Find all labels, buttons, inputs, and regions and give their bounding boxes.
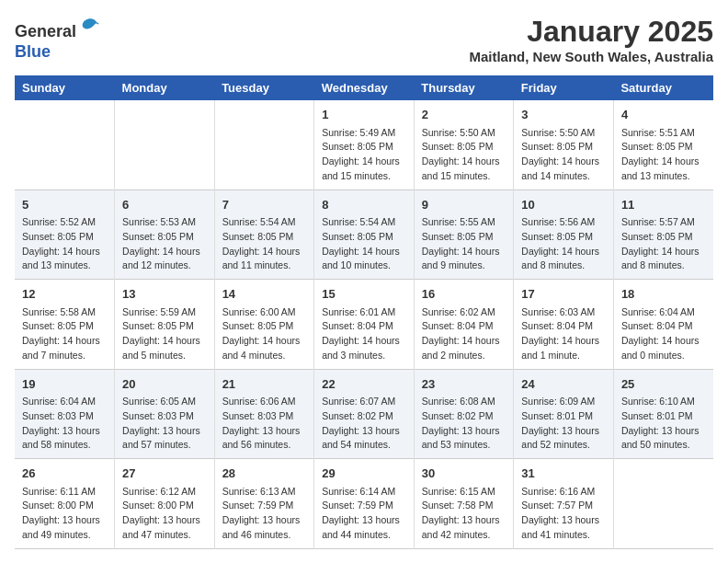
day-number: 16 bbox=[422, 285, 506, 304]
day-number: 8 bbox=[322, 196, 406, 214]
header-thursday: Thursday bbox=[414, 75, 514, 100]
header-tuesday: Tuesday bbox=[214, 75, 314, 100]
calendar-cell: 4Sunrise: 5:51 AM Sunset: 8:05 PM Daylig… bbox=[613, 100, 713, 190]
calendar-week-3: 12Sunrise: 5:58 AM Sunset: 8:05 PM Dayli… bbox=[15, 280, 713, 370]
header-wednesday: Wednesday bbox=[314, 75, 415, 100]
day-info: Sunrise: 6:10 AM Sunset: 8:01 PM Dayligh… bbox=[621, 395, 706, 453]
day-info: Sunrise: 5:49 AM Sunset: 8:05 PM Dayligh… bbox=[322, 126, 406, 184]
day-info: Sunrise: 6:08 AM Sunset: 8:02 PM Dayligh… bbox=[422, 395, 506, 453]
header-sunday: Sunday bbox=[15, 75, 115, 100]
header: General Blue January 2025 Maitland, New … bbox=[15, 15, 713, 64]
day-number: 29 bbox=[322, 465, 406, 483]
day-info: Sunrise: 6:07 AM Sunset: 8:02 PM Dayligh… bbox=[322, 395, 406, 453]
day-number: 9 bbox=[422, 196, 506, 214]
day-info: Sunrise: 6:00 AM Sunset: 8:05 PM Dayligh… bbox=[222, 305, 307, 363]
day-info: Sunrise: 6:02 AM Sunset: 8:04 PM Dayligh… bbox=[422, 305, 506, 363]
calendar-cell: 30Sunrise: 6:15 AM Sunset: 7:58 PM Dayli… bbox=[414, 459, 514, 549]
day-number: 19 bbox=[22, 375, 107, 394]
day-info: Sunrise: 5:52 AM Sunset: 8:05 PM Dayligh… bbox=[22, 215, 107, 273]
day-number: 23 bbox=[422, 375, 506, 394]
calendar-cell: 20Sunrise: 6:05 AM Sunset: 8:03 PM Dayli… bbox=[115, 369, 215, 459]
day-number: 20 bbox=[122, 375, 207, 394]
calendar-cell: 16Sunrise: 6:02 AM Sunset: 8:04 PM Dayli… bbox=[414, 280, 514, 370]
logo-bird-icon bbox=[78, 15, 100, 37]
day-info: Sunrise: 6:04 AM Sunset: 8:04 PM Dayligh… bbox=[621, 305, 706, 363]
logo-blue-text: Blue bbox=[15, 42, 51, 61]
calendar-cell: 22Sunrise: 6:07 AM Sunset: 8:02 PM Dayli… bbox=[314, 369, 415, 459]
day-number: 15 bbox=[322, 285, 406, 304]
calendar-cell: 25Sunrise: 6:10 AM Sunset: 8:01 PM Dayli… bbox=[613, 369, 713, 459]
day-info: Sunrise: 5:55 AM Sunset: 8:05 PM Dayligh… bbox=[422, 215, 506, 273]
calendar-week-4: 19Sunrise: 6:04 AM Sunset: 8:03 PM Dayli… bbox=[15, 369, 713, 459]
day-number: 14 bbox=[222, 285, 307, 304]
calendar-cell: 19Sunrise: 6:04 AM Sunset: 8:03 PM Dayli… bbox=[15, 369, 115, 459]
calendar-cell: 15Sunrise: 6:01 AM Sunset: 8:04 PM Dayli… bbox=[314, 280, 415, 370]
day-info: Sunrise: 6:01 AM Sunset: 8:04 PM Dayligh… bbox=[322, 305, 406, 363]
day-info: Sunrise: 6:06 AM Sunset: 8:03 PM Dayligh… bbox=[222, 395, 307, 453]
calendar-cell: 21Sunrise: 6:06 AM Sunset: 8:03 PM Dayli… bbox=[214, 369, 314, 459]
calendar-cell: 18Sunrise: 6:04 AM Sunset: 8:04 PM Dayli… bbox=[613, 280, 713, 370]
title-area: January 2025 Maitland, New South Wales, … bbox=[469, 15, 713, 64]
day-info: Sunrise: 5:54 AM Sunset: 8:05 PM Dayligh… bbox=[222, 215, 307, 273]
day-info: Sunrise: 6:15 AM Sunset: 7:58 PM Dayligh… bbox=[422, 485, 506, 543]
day-number: 25 bbox=[621, 375, 706, 394]
calendar-cell: 26Sunrise: 6:11 AM Sunset: 8:00 PM Dayli… bbox=[15, 459, 115, 549]
day-info: Sunrise: 6:16 AM Sunset: 7:57 PM Dayligh… bbox=[521, 485, 606, 543]
header-monday: Monday bbox=[115, 75, 215, 100]
day-number: 30 bbox=[422, 465, 506, 483]
calendar-week-2: 5Sunrise: 5:52 AM Sunset: 8:05 PM Daylig… bbox=[15, 190, 713, 280]
calendar-cell: 9Sunrise: 5:55 AM Sunset: 8:05 PM Daylig… bbox=[414, 190, 514, 280]
day-number: 4 bbox=[621, 106, 706, 124]
calendar-cell: 17Sunrise: 6:03 AM Sunset: 8:04 PM Dayli… bbox=[514, 280, 614, 370]
day-number: 3 bbox=[521, 106, 606, 124]
day-info: Sunrise: 5:51 AM Sunset: 8:05 PM Dayligh… bbox=[621, 126, 706, 184]
calendar-week-5: 26Sunrise: 6:11 AM Sunset: 8:00 PM Dayli… bbox=[15, 459, 713, 549]
day-number: 28 bbox=[222, 465, 307, 483]
day-number: 27 bbox=[122, 465, 207, 483]
day-number: 18 bbox=[621, 285, 706, 304]
calendar-cell: 14Sunrise: 6:00 AM Sunset: 8:05 PM Dayli… bbox=[214, 280, 314, 370]
day-info: Sunrise: 6:04 AM Sunset: 8:03 PM Dayligh… bbox=[22, 395, 107, 453]
day-info: Sunrise: 6:14 AM Sunset: 7:59 PM Dayligh… bbox=[322, 485, 406, 543]
day-number: 11 bbox=[621, 196, 706, 214]
calendar-cell: 7Sunrise: 5:54 AM Sunset: 8:05 PM Daylig… bbox=[214, 190, 314, 280]
calendar-cell: 3Sunrise: 5:50 AM Sunset: 8:05 PM Daylig… bbox=[514, 100, 614, 190]
calendar-cell: 8Sunrise: 5:54 AM Sunset: 8:05 PM Daylig… bbox=[314, 190, 415, 280]
day-number: 12 bbox=[22, 285, 107, 304]
day-number: 2 bbox=[422, 106, 506, 124]
calendar-header: SundayMondayTuesdayWednesdayThursdayFrid… bbox=[15, 75, 713, 100]
day-number: 24 bbox=[521, 375, 606, 394]
day-info: Sunrise: 6:05 AM Sunset: 8:03 PM Dayligh… bbox=[122, 395, 207, 453]
calendar-cell: 1Sunrise: 5:49 AM Sunset: 8:05 PM Daylig… bbox=[314, 100, 415, 190]
calendar-cell bbox=[115, 100, 215, 190]
calendar-cell bbox=[613, 459, 713, 549]
calendar-cell: 29Sunrise: 6:14 AM Sunset: 7:59 PM Dayli… bbox=[314, 459, 415, 549]
calendar-cell: 13Sunrise: 5:59 AM Sunset: 8:05 PM Dayli… bbox=[115, 280, 215, 370]
day-info: Sunrise: 5:58 AM Sunset: 8:05 PM Dayligh… bbox=[22, 305, 107, 363]
header-friday: Friday bbox=[514, 75, 614, 100]
day-number: 7 bbox=[222, 196, 307, 214]
calendar-cell: 5Sunrise: 5:52 AM Sunset: 8:05 PM Daylig… bbox=[15, 190, 115, 280]
calendar-cell bbox=[214, 100, 314, 190]
day-number: 26 bbox=[22, 465, 107, 483]
day-info: Sunrise: 5:50 AM Sunset: 8:05 PM Dayligh… bbox=[521, 126, 606, 184]
day-number: 6 bbox=[122, 196, 207, 214]
logo-general-text: General bbox=[15, 22, 76, 40]
calendar-cell: 12Sunrise: 5:58 AM Sunset: 8:05 PM Dayli… bbox=[15, 280, 115, 370]
day-number: 10 bbox=[521, 196, 606, 214]
day-number: 13 bbox=[122, 285, 207, 304]
calendar-cell: 10Sunrise: 5:56 AM Sunset: 8:05 PM Dayli… bbox=[514, 190, 614, 280]
day-number: 31 bbox=[521, 465, 606, 483]
calendar-cell: 11Sunrise: 5:57 AM Sunset: 8:05 PM Dayli… bbox=[613, 190, 713, 280]
day-info: Sunrise: 5:57 AM Sunset: 8:05 PM Dayligh… bbox=[621, 215, 706, 273]
day-number: 22 bbox=[322, 375, 406, 394]
location-subtitle: Maitland, New South Wales, Australia bbox=[469, 49, 713, 64]
day-info: Sunrise: 6:03 AM Sunset: 8:04 PM Dayligh… bbox=[521, 305, 606, 363]
day-info: Sunrise: 5:59 AM Sunset: 8:05 PM Dayligh… bbox=[122, 305, 207, 363]
day-info: Sunrise: 5:50 AM Sunset: 8:05 PM Dayligh… bbox=[422, 126, 506, 184]
calendar-cell: 23Sunrise: 6:08 AM Sunset: 8:02 PM Dayli… bbox=[414, 369, 514, 459]
day-number: 1 bbox=[322, 106, 406, 124]
day-info: Sunrise: 5:54 AM Sunset: 8:05 PM Dayligh… bbox=[322, 215, 406, 273]
day-info: Sunrise: 6:12 AM Sunset: 8:00 PM Dayligh… bbox=[122, 485, 207, 543]
calendar-cell bbox=[15, 100, 115, 190]
